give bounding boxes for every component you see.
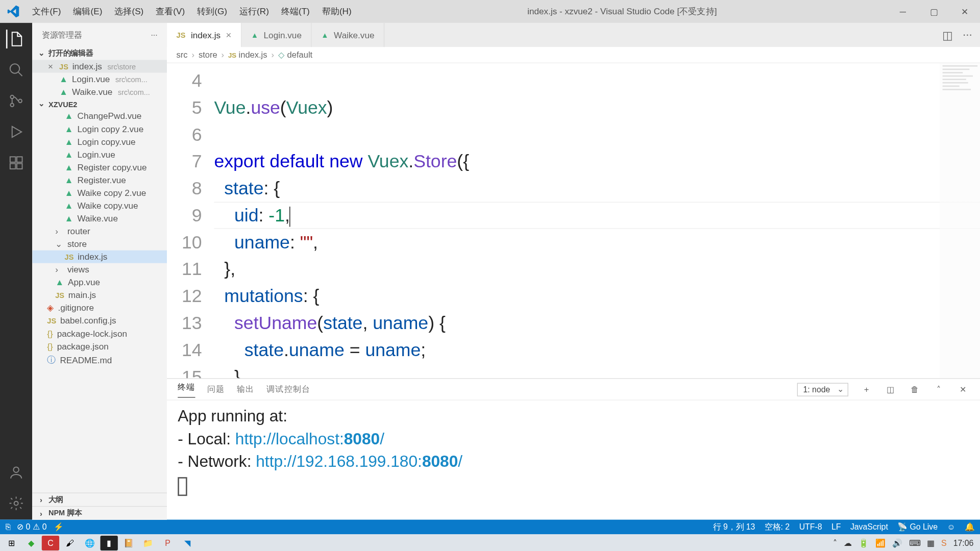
bell-icon[interactable]: 🔔: [965, 522, 975, 532]
source-control-icon[interactable]: [7, 91, 26, 110]
tray-icon[interactable]: ▦: [927, 538, 935, 547]
menu-item[interactable]: 帮助(H): [316, 3, 357, 20]
folder-item[interactable]: ›router: [32, 225, 167, 238]
taskbar-app-icon[interactable]: ◆: [22, 536, 40, 550]
file-item[interactable]: ◈.gitignore: [32, 302, 167, 314]
menu-item[interactable]: 文件(F): [27, 3, 66, 20]
indent-status[interactable]: 空格: 2: [765, 521, 790, 533]
file-item[interactable]: ▲ChangePwd.vue: [32, 110, 167, 122]
split-terminal-icon[interactable]: ◫: [885, 384, 897, 394]
panel-tab[interactable]: 终端: [178, 381, 195, 397]
taskbar-app-icon[interactable]: 📔: [120, 536, 137, 550]
menu-item[interactable]: 编辑(E): [68, 3, 108, 20]
remote-icon[interactable]: ⎘: [6, 522, 10, 532]
maximize-panel-icon[interactable]: ˄: [933, 384, 945, 394]
settings-gear-icon[interactable]: [7, 494, 26, 513]
breadcrumb-segment[interactable]: store: [199, 50, 217, 59]
close-button[interactable]: ✕: [949, 0, 980, 23]
file-item[interactable]: JSmain.js: [32, 289, 167, 302]
file-item[interactable]: ▲Waike copy.vue: [32, 199, 167, 212]
panel-tab[interactable]: 调试控制台: [266, 384, 310, 395]
language-mode[interactable]: JavaScript: [850, 522, 888, 532]
cursor-position[interactable]: 行 9，列 13: [713, 521, 755, 533]
file-item[interactable]: ▲Waike copy 2.vue: [32, 186, 167, 199]
open-editors-section[interactable]: ⌄打开的编辑器: [32, 47, 167, 60]
breadcrumb-segment[interactable]: src: [177, 50, 188, 59]
run-debug-icon[interactable]: [7, 122, 26, 141]
breadcrumb-segment[interactable]: ◇ default: [278, 50, 312, 60]
outline-section[interactable]: ›大纲: [32, 493, 167, 506]
panel-tab[interactable]: 问题: [207, 384, 225, 395]
ports-icon[interactable]: ⚡: [54, 522, 64, 532]
file-item[interactable]: JSindex.js: [32, 251, 167, 263]
npm-scripts-section[interactable]: ›NPM 脚本: [32, 506, 167, 519]
minimize-button[interactable]: ─: [887, 0, 918, 23]
volume-icon[interactable]: 🔊: [892, 538, 902, 547]
folder-item[interactable]: ›views: [32, 263, 167, 276]
menu-item[interactable]: 终端(T): [276, 3, 315, 20]
menu-item[interactable]: 选择(S): [109, 3, 149, 20]
breadcrumb[interactable]: src›store›JS index.js›◇ default: [167, 47, 980, 63]
file-explorer-icon[interactable]: 📁: [139, 536, 157, 550]
breadcrumb-segment[interactable]: JS index.js: [228, 50, 267, 59]
close-panel-icon[interactable]: ✕: [958, 384, 970, 394]
terminal-selector[interactable]: 1: node: [797, 383, 848, 396]
battery-icon[interactable]: 🔋: [859, 538, 869, 547]
taskbar-app-icon[interactable]: 🖌: [61, 536, 79, 550]
menu-item[interactable]: 查看(V): [151, 3, 190, 20]
eol-status[interactable]: LF: [831, 522, 841, 532]
terminal-icon[interactable]: ▮: [101, 536, 118, 550]
encoding-status[interactable]: UTF-8: [799, 522, 822, 532]
maximize-button[interactable]: ▢: [918, 0, 949, 23]
file-item[interactable]: ▲Register copy.vue: [32, 161, 167, 173]
tray-chevron-icon[interactable]: ˄: [833, 538, 837, 547]
more-icon[interactable]: ···: [151, 30, 157, 39]
terminal-output[interactable]: App running at:- Local: http://localhost…: [167, 400, 980, 519]
file-item[interactable]: ▲Login.vue: [32, 148, 167, 161]
editor-tab[interactable]: JSindex.js×: [167, 23, 241, 47]
open-editor-item[interactable]: × ▲ Login.vue src\com...: [32, 72, 167, 85]
kill-terminal-icon[interactable]: 🗑: [909, 385, 921, 394]
tray-icon[interactable]: ☁: [844, 538, 852, 547]
open-editor-item[interactable]: × JS index.js src\store: [32, 60, 167, 72]
file-item[interactable]: {}package.json: [32, 340, 167, 353]
chrome-icon[interactable]: 🌐: [81, 536, 98, 550]
editor-tab[interactable]: ▲Login.vue: [241, 23, 312, 47]
vscode-taskbar-icon[interactable]: ◥: [179, 536, 196, 550]
file-item[interactable]: JSbabel.config.js: [32, 314, 167, 327]
file-item[interactable]: {}package-lock.json: [32, 327, 167, 340]
minimap[interactable]: [940, 63, 980, 378]
powerpoint-icon[interactable]: P: [159, 536, 176, 550]
go-live-button[interactable]: 📡 Go Live: [897, 522, 938, 532]
folder-item[interactable]: ⌄store: [32, 238, 167, 251]
menu-item[interactable]: 运行(R): [234, 3, 274, 20]
open-editor-item[interactable]: × ▲ Waike.vue src\com...: [32, 86, 167, 98]
wifi-icon[interactable]: 📶: [875, 538, 886, 547]
panel-tab[interactable]: 输出: [237, 384, 254, 395]
more-icon[interactable]: ···: [963, 28, 972, 41]
new-terminal-icon[interactable]: +: [861, 385, 873, 394]
project-section[interactable]: ⌄XZVUE2: [32, 98, 167, 110]
close-icon[interactable]: ×: [226, 30, 232, 40]
start-button[interactable]: ⊞: [3, 536, 20, 550]
ime-icon[interactable]: ⌨: [909, 538, 920, 547]
explorer-icon[interactable]: [6, 30, 25, 48]
tray-icon[interactable]: S: [941, 538, 947, 547]
close-icon[interactable]: ×: [46, 61, 55, 71]
file-item[interactable]: ▲Login copy 2.vue: [32, 122, 167, 135]
file-item[interactable]: ▲Waike.vue: [32, 212, 167, 224]
file-item[interactable]: ▲Login copy.vue: [32, 135, 167, 148]
file-item[interactable]: ▲Register.vue: [32, 173, 167, 186]
extensions-icon[interactable]: [7, 154, 26, 172]
feedback-icon[interactable]: ☺: [947, 522, 955, 532]
search-icon[interactable]: [7, 61, 26, 80]
split-editor-icon[interactable]: ◫: [942, 28, 953, 42]
taskbar-app-icon[interactable]: C: [42, 536, 59, 550]
account-icon[interactable]: [7, 463, 26, 482]
menu-item[interactable]: 转到(G): [191, 3, 232, 20]
file-item[interactable]: ⓘREADME.md: [32, 353, 167, 367]
code-editor[interactable]: 456789101112131415 Vue.use(Vuex) export …: [167, 63, 980, 378]
clock[interactable]: 17:06: [953, 538, 974, 547]
problems-status[interactable]: ⊘ 0 ⚠ 0: [17, 522, 47, 532]
file-item[interactable]: ▲App.vue: [32, 276, 167, 289]
